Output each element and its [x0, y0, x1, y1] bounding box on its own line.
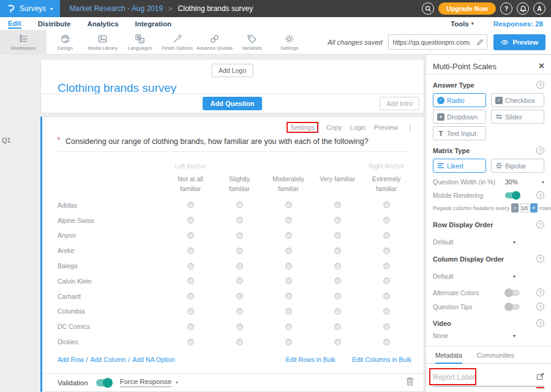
radio-button[interactable]: [236, 277, 243, 284]
radio-button[interactable]: [383, 308, 390, 315]
column-header[interactable]: Very familiar: [313, 175, 362, 184]
matrix-type-likert[interactable]: Likert: [433, 159, 486, 173]
close-icon[interactable]: ×: [539, 61, 544, 72]
radio-button[interactable]: [236, 232, 243, 239]
responses-count[interactable]: Responses: 28: [493, 20, 543, 28]
question-text[interactable]: Considering our range of clothing brands…: [66, 137, 369, 146]
add-intro-button[interactable]: Add Intro: [380, 97, 419, 110]
force-response-dropdown[interactable]: Force Response ▾: [120, 378, 178, 387]
radio-button[interactable]: [334, 232, 341, 239]
validation-toggle[interactable]: [96, 379, 112, 386]
help-icon[interactable]: ?: [536, 303, 544, 311]
radio-button[interactable]: [334, 323, 341, 330]
tools-menu[interactable]: Tools▾: [451, 20, 474, 28]
radio-button[interactable]: [236, 202, 243, 208]
radio-button[interactable]: [285, 277, 292, 284]
radio-button[interactable]: [334, 308, 341, 315]
row-label[interactable]: Balega: [58, 262, 166, 270]
repeat-headers-value[interactable]: 10: [520, 203, 528, 213]
radio-button[interactable]: [383, 247, 390, 254]
survey-title[interactable]: Clothing brands survey: [58, 81, 176, 95]
search-button[interactable]: [422, 2, 434, 15]
row-display-order-dropdown[interactable]: Default ▾: [433, 238, 544, 246]
add-na-option-link[interactable]: Add NA Option: [132, 356, 174, 363]
alternate-colors-toggle[interactable]: [505, 290, 520, 296]
column-header[interactable]: Extremely familiar: [362, 175, 411, 194]
radio-button[interactable]: [236, 263, 243, 270]
radio-button[interactable]: [236, 293, 243, 300]
radio-button[interactable]: [285, 202, 292, 208]
increment-button[interactable]: +: [530, 203, 538, 213]
radio-button[interactable]: [187, 263, 194, 270]
radio-button[interactable]: [187, 293, 194, 300]
edit-columns-in-bulk-link[interactable]: Edit Columns in Bulk: [352, 356, 411, 363]
radio-button[interactable]: [187, 232, 194, 239]
question-logic-button[interactable]: Logic: [350, 124, 366, 131]
radio-button[interactable]: [383, 339, 390, 345]
radio-button[interactable]: [285, 232, 292, 239]
radio-button[interactable]: [334, 339, 341, 345]
add-row-link[interactable]: Add Row: [58, 356, 84, 363]
tab-metadata[interactable]: Metadata: [435, 347, 462, 364]
radio-button[interactable]: [383, 263, 390, 270]
radio-button[interactable]: [334, 263, 341, 270]
row-label[interactable]: Calvin Klein: [58, 277, 166, 285]
radio-button[interactable]: [187, 323, 194, 330]
help-icon[interactable]: ?: [536, 319, 544, 327]
radio-button[interactable]: [334, 247, 341, 254]
edit-rows-in-bulk-link[interactable]: Edit Rows in Bulk: [285, 356, 335, 363]
radio-button[interactable]: [383, 202, 390, 208]
answer-type-text-input[interactable]: TText Input: [433, 126, 486, 140]
add-logo-button[interactable]: Add Logo: [211, 64, 253, 77]
answer-type-radio[interactable]: ✓Radio: [433, 93, 486, 107]
row-label[interactable]: Areke: [58, 247, 166, 254]
help-icon[interactable]: ?: [536, 288, 544, 296]
column-header[interactable]: Slightly familiar: [215, 175, 264, 194]
help-icon[interactable]: ?: [536, 255, 544, 263]
app-menu[interactable]: Surveys ▾: [0, 0, 60, 17]
row-label[interactable]: DC Comics: [58, 323, 166, 330]
video-dropdown[interactable]: None ▾: [433, 332, 544, 339]
breadcrumb-parent[interactable]: Market Research - Aug 2019: [69, 4, 163, 13]
help-icon[interactable]: ?: [536, 191, 544, 199]
help-icon[interactable]: ?: [536, 146, 544, 154]
radio-button[interactable]: [383, 323, 390, 330]
radio-button[interactable]: [236, 217, 243, 224]
radio-button[interactable]: [187, 202, 194, 208]
answer-type-dropdown[interactable]: ▾Dropdown: [433, 110, 486, 124]
avatar[interactable]: A: [533, 2, 545, 15]
radio-button[interactable]: [285, 263, 292, 270]
radio-button[interactable]: [334, 217, 341, 224]
radio-button[interactable]: [285, 217, 292, 224]
row-label[interactable]: Carhartt: [58, 293, 166, 300]
radio-button[interactable]: [236, 247, 243, 254]
upgrade-now-button[interactable]: Upgrade Now: [438, 2, 496, 15]
tab-communities[interactable]: Communities: [477, 347, 514, 363]
question-preview-button[interactable]: Preview: [374, 124, 398, 131]
nav-item-analytics[interactable]: Analytics: [87, 19, 118, 28]
answer-type-slider[interactable]: Slider: [491, 110, 544, 124]
row-label[interactable]: Dickies: [58, 338, 166, 345]
open-report-label-button[interactable]: [536, 372, 544, 383]
radio-button[interactable]: [334, 202, 341, 208]
preview-button[interactable]: Preview: [493, 34, 545, 50]
answer-type-checkbox[interactable]: ✓Checkbox: [491, 93, 544, 107]
kebab-menu-icon[interactable]: ⋮: [406, 123, 414, 132]
mobile-rendering-toggle[interactable]: [505, 192, 520, 198]
radio-button[interactable]: [187, 308, 194, 315]
question-width-value[interactable]: 30%: [505, 178, 518, 186]
report-label-input[interactable]: [433, 373, 536, 382]
toolbar-item-variables[interactable]: Variables: [233, 30, 271, 54]
column-display-order-dropdown[interactable]: Default ▾: [433, 273, 544, 280]
add-column-link[interactable]: Add Column: [91, 356, 126, 363]
radio-button[interactable]: [187, 339, 194, 345]
column-header[interactable]: Not at all familiar: [166, 175, 215, 194]
radio-button[interactable]: [383, 232, 390, 239]
question-settings-button annotation-settings-highlight[interactable]: Settings: [287, 122, 318, 133]
radio-button[interactable]: [285, 293, 292, 300]
toolbar-item-design[interactable]: Design: [47, 30, 84, 54]
delete-question-button[interactable]: [406, 377, 414, 388]
question-copy-button[interactable]: Copy: [326, 124, 342, 131]
radio-button[interactable]: [285, 247, 292, 254]
chevron-down-icon[interactable]: ▾: [542, 179, 544, 185]
